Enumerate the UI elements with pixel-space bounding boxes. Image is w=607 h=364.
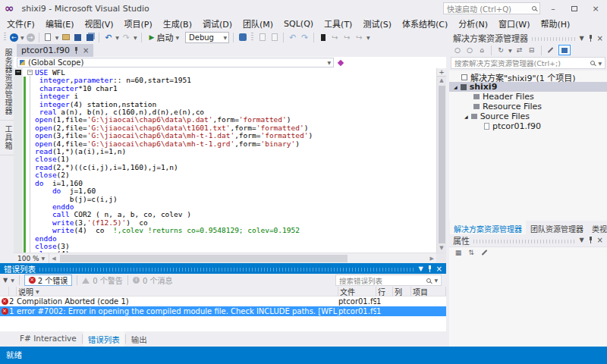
code-line-22[interactable]: enddo [35, 235, 446, 243]
menu-item-13[interactable]: 帮助(H) [536, 16, 576, 31]
code-line-14[interactable]: close(2) [35, 171, 446, 179]
column-file[interactable]: 文件 [338, 287, 376, 296]
tab-error-list[interactable]: 错误列表 [83, 331, 124, 347]
collapse-region-icon[interactable]: − [27, 70, 33, 75]
scroll-left-icon[interactable]: ◀ [49, 256, 58, 262]
save-all-icon[interactable] [85, 33, 95, 42]
sync-with-active-document-icon[interactable]: ⇄ [515, 46, 524, 55]
column-column[interactable]: 列 [393, 287, 411, 296]
horizontal-scrollbar[interactable] [58, 253, 428, 263]
expanded-arrow-icon[interactable]: ◢ [454, 84, 458, 89]
tree-item-project[interactable]: ◢ shixi9 [449, 82, 607, 92]
tree-item-header-files[interactable]: Header Files [449, 92, 607, 102]
navigate-back-icon[interactable]: ← [10, 33, 18, 42]
menu-item-1[interactable]: 编辑(E) [40, 16, 80, 31]
pin-icon[interactable] [588, 35, 593, 42]
pin-icon[interactable] [74, 47, 79, 54]
filter-dropdown[interactable]: ▼ [11, 278, 14, 283]
code-text[interactable]: USE WFL integer,parameter:: n=60,start=1… [35, 68, 446, 253]
home-icon[interactable]: ⌂ [477, 46, 486, 55]
window-position-dropdown[interactable]: ▼ [579, 35, 583, 42]
tree-item-source-file[interactable]: ptcor01.f90 [449, 121, 607, 131]
undo-dropdown[interactable]: ▼ [115, 35, 119, 40]
column-line[interactable]: 行 [376, 287, 393, 296]
error-row-1[interactable]: ×2Compilation Aborted (code 1)ptcor01.f9… [0, 297, 446, 306]
error-row-2[interactable]: ×1error #7002: Error in opening the comp… [0, 306, 446, 316]
new-file-icon[interactable] [43, 33, 53, 42]
menu-item-10[interactable]: 体系结构(C) [397, 16, 453, 31]
properties-wrench-icon[interactable] [546, 46, 555, 55]
new-file-dropdown[interactable]: ▼ [55, 35, 59, 40]
menu-item-5[interactable]: 调试(D) [197, 16, 237, 31]
menu-item-0[interactable]: 文件(F) [2, 16, 40, 31]
filter-icon[interactable]: ▼ [3, 277, 8, 284]
tab-fsharp-interactive[interactable]: F# Interactive [15, 331, 81, 347]
vertical-scrollbar[interactable]: + ▲ ▼ [436, 68, 446, 253]
code-line-11[interactable]: read(1,*)(a(i),i=1,n) [35, 148, 446, 155]
toolbar-grip[interactable] [4, 33, 6, 42]
redo-icon[interactable]: ↷ [121, 33, 131, 42]
minimize-button[interactable]: – [545, 2, 561, 14]
redo-dropdown[interactable]: ▼ [134, 35, 137, 40]
menu-item-12[interactable]: 窗口(W) [493, 16, 535, 31]
open-file-icon[interactable] [61, 33, 71, 42]
find-in-files-icon[interactable] [237, 33, 247, 42]
document-tab[interactable]: ptcor01.f90 × [17, 44, 93, 57]
tree-item-solution[interactable]: 解决方案"shixi9"(1 个项目) [449, 72, 607, 82]
close-icon[interactable]: × [597, 34, 603, 42]
properties-title-bar[interactable]: 属性 ▼ × [449, 234, 607, 246]
horizontal-scroll-thumb[interactable] [60, 255, 348, 262]
undo-icon[interactable]: ↶ [103, 33, 113, 42]
collapse-all-icon[interactable]: ⊟ [527, 46, 536, 55]
zoom-level-combo[interactable]: 100 % ▼ [14, 253, 49, 263]
window-position-dropdown[interactable]: ▼ [418, 265, 423, 272]
column-project[interactable]: 项目 [411, 287, 446, 296]
pin-icon[interactable] [427, 265, 432, 272]
code-line-13[interactable]: read(2,*)((c(i,j),i=1,160),j=1,n) [35, 164, 446, 171]
refresh-dropdown[interactable]: ▼ [508, 48, 512, 53]
solution-explorer-search-input[interactable]: 搜索解决方案资源管理器(Ctrl+;) ▼ [451, 57, 605, 69]
quick-launch-input[interactable]: 快速启动 (Ctrl+Q) [443, 2, 540, 14]
menu-item-2[interactable]: 视图(V) [79, 16, 118, 31]
menu-item-6[interactable]: 团队(M) [237, 16, 278, 31]
tab-team-explorer[interactable]: 团队资源管理器 [527, 221, 587, 234]
pin-icon[interactable] [588, 237, 593, 243]
error-list-title-bar[interactable]: 错误列表 ▼ × [0, 263, 446, 274]
navigate-back-dropdown[interactable]: ▼ [20, 35, 24, 40]
breakpoint-margin[interactable]: − [14, 68, 23, 253]
messages-count-label[interactable]: 0 个消息 [143, 275, 173, 286]
tab-solution-explorer[interactable]: 解决方案资源管理器 [450, 221, 526, 234]
breakpoint-icon[interactable] [318, 33, 328, 42]
code-line-21[interactable]: write(4) co !,colev !returns co=0.954812… [35, 227, 446, 234]
navigate-forward-icon[interactable]: → [27, 33, 35, 42]
solution-explorer-title-bar[interactable]: 解决方案资源管理器 ▼ × [449, 32, 607, 44]
refresh-icon[interactable]: ↻ [496, 46, 505, 55]
search-dropdown[interactable]: ▼ [434, 278, 438, 283]
tree-item-source-files[interactable]: ◢ Source Files [449, 111, 607, 121]
code-line-15[interactable]: do i=1,160 [35, 180, 446, 187]
scroll-right-icon[interactable]: ▶ [428, 256, 436, 262]
code-area[interactable]: − − USE WFL integer,parameter:: n=60,sta… [14, 68, 446, 253]
close-button[interactable]: × [587, 2, 604, 14]
vertical-scroll-thumb[interactable] [439, 86, 445, 243]
menu-item-4[interactable]: 生成(B) [158, 16, 197, 31]
warnings-count-label[interactable]: 0 个警告 [93, 275, 123, 286]
start-debug-button[interactable]: ▶ 启动 ▼ [146, 31, 184, 43]
toolbar-overflow-dropdown[interactable]: ▼ [366, 35, 370, 40]
scroll-down-icon[interactable]: ▼ [439, 244, 443, 253]
window-position-dropdown[interactable]: ▼ [579, 237, 583, 243]
errors-filter-button[interactable]: × 2 个错误 [24, 275, 73, 286]
property-pages-icon[interactable] [480, 248, 489, 257]
search-dropdown[interactable]: ▼ [598, 61, 602, 66]
member-icon[interactable] [338, 59, 344, 65]
close-icon[interactable]: × [436, 265, 442, 273]
scope-combo[interactable]: (Global Scope) ▼ [17, 58, 334, 67]
error-list-search-input[interactable]: 搜索错误列表 ▼ [335, 275, 442, 286]
categorized-icon[interactable]: ▦ [454, 248, 463, 257]
close-icon[interactable]: × [597, 236, 603, 244]
alphabetical-icon[interactable]: ⇅ [467, 248, 476, 257]
preview-selected-items-icon[interactable] [558, 45, 571, 55]
code-line-3[interactable]: character*10 char1 [35, 85, 446, 93]
code-line-17[interactable]: b(j)=c(i,j) [35, 196, 446, 203]
forward-icon[interactable]: ○ [465, 46, 474, 55]
